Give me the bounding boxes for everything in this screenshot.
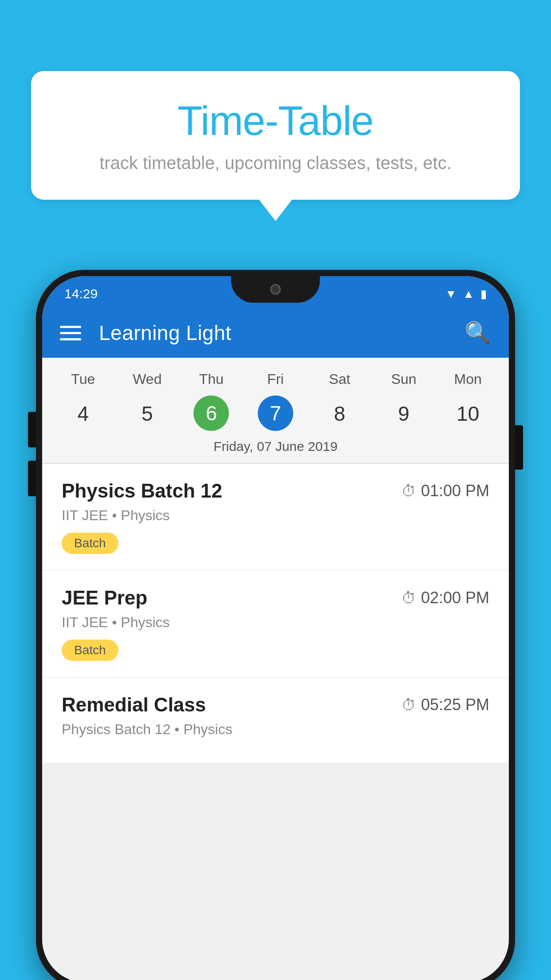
schedule-name-2: JEE Prep xyxy=(62,587,147,609)
signal-icon: ▲ xyxy=(463,287,474,301)
date-9[interactable]: 9 xyxy=(372,395,436,432)
schedule-meta-2: IIT JEE • Physics xyxy=(62,614,489,631)
schedule-row-2: JEE Prep ⏱ 02:00 PM xyxy=(62,587,489,609)
batch-badge-1: Batch xyxy=(62,533,118,554)
tooltip-subtitle: track timetable, upcoming classes, tests… xyxy=(58,153,493,173)
schedule-time-2: ⏱ 02:00 PM xyxy=(401,589,489,607)
schedule-meta-1: IIT JEE • Physics xyxy=(62,507,489,524)
vol-up-button xyxy=(28,412,36,447)
app-title: Learning Light xyxy=(99,321,447,345)
clock-icon-3: ⏱ xyxy=(401,696,417,714)
schedule-item-2[interactable]: JEE Prep ⏱ 02:00 PM IIT JEE • Physics Ba… xyxy=(42,571,509,678)
schedule-item-1[interactable]: Physics Batch 12 ⏱ 01:00 PM IIT JEE • Ph… xyxy=(42,464,509,571)
schedule-time-3: ⏱ 05:25 PM xyxy=(401,695,489,714)
status-time: 14:29 xyxy=(64,286,98,301)
schedule-list: Physics Batch 12 ⏱ 01:00 PM IIT JEE • Ph… xyxy=(42,464,509,763)
date-5[interactable]: 5 xyxy=(115,395,180,432)
tooltip-title: Time-Table xyxy=(58,98,493,144)
date-8[interactable]: 8 xyxy=(307,395,372,432)
notch xyxy=(231,276,320,303)
phone-screen: 14:29 ▼ ▲ ▮ Learning Light 🔍 Tue Wed Thu… xyxy=(42,276,509,980)
status-icons: ▼ ▲ ▮ xyxy=(445,287,487,301)
date-10[interactable]: 10 xyxy=(436,395,500,432)
batch-badge-2: Batch xyxy=(62,640,118,661)
app-bar: Learning Light 🔍 xyxy=(42,308,509,358)
schedule-item-3[interactable]: Remedial Class ⏱ 05:25 PM Physics Batch … xyxy=(42,678,509,763)
day-thu: Thu xyxy=(179,367,244,392)
clock-icon-1: ⏱ xyxy=(401,482,417,500)
date-6-today[interactable]: 6 xyxy=(193,395,229,431)
camera xyxy=(270,284,281,295)
date-7-selected[interactable]: 7 xyxy=(258,395,293,431)
search-button[interactable]: 🔍 xyxy=(464,320,491,345)
day-headers: Tue Wed Thu Fri Sat Sun Mon xyxy=(42,367,509,392)
day-sat: Sat xyxy=(307,367,372,392)
schedule-meta-3: Physics Batch 12 • Physics xyxy=(62,721,489,738)
schedule-row-3: Remedial Class ⏱ 05:25 PM xyxy=(62,694,489,716)
battery-icon: ▮ xyxy=(480,287,487,301)
day-fri: Fri xyxy=(244,367,308,392)
schedule-name-1: Physics Batch 12 xyxy=(62,480,222,502)
day-sun: Sun xyxy=(372,367,436,392)
date-label: Friday, 07 June 2019 xyxy=(42,432,509,463)
schedule-row-1: Physics Batch 12 ⏱ 01:00 PM xyxy=(62,480,489,502)
day-mon: Mon xyxy=(436,367,500,392)
wifi-icon: ▼ xyxy=(445,287,457,301)
power-button xyxy=(515,425,523,470)
clock-icon-2: ⏱ xyxy=(401,589,417,607)
schedule-time-1: ⏱ 01:00 PM xyxy=(401,482,489,500)
day-tue: Tue xyxy=(51,367,115,392)
phone-frame: 14:29 ▼ ▲ ▮ Learning Light 🔍 Tue Wed Thu… xyxy=(36,270,515,980)
tooltip-card: Time-Table track timetable, upcoming cla… xyxy=(31,71,520,200)
day-wed: Wed xyxy=(115,367,180,392)
calendar-strip: Tue Wed Thu Fri Sat Sun Mon 4 5 6 7 8 9 … xyxy=(42,358,509,463)
schedule-name-3: Remedial Class xyxy=(62,694,206,716)
vol-down-button xyxy=(28,461,36,496)
day-numbers: 4 5 6 7 8 9 10 xyxy=(42,395,509,432)
hamburger-menu[interactable] xyxy=(60,326,81,340)
date-4[interactable]: 4 xyxy=(51,395,115,432)
